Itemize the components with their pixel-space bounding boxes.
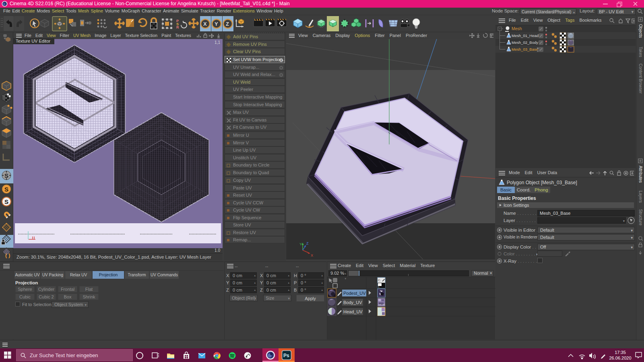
svg-text:Body_UV: Body_UV	[343, 300, 362, 305]
svg-text:Mesh_02_Body: Mesh_02_Body	[512, 40, 538, 45]
svg-text:Podest_UV: Podest_UV	[343, 291, 366, 296]
svg-text:Y: Y	[215, 21, 218, 27]
svg-text:set tal.: set tal.	[378, 303, 386, 306]
svg-text:( ): ( )	[5, 252, 10, 258]
svg-text:C.: C.	[378, 278, 381, 282]
svg-text:Head_UV: Head_UV	[343, 309, 363, 314]
svg-text:Z: Z	[306, 241, 309, 245]
svg-text:Mesh_03_Base: Mesh_03_Base	[512, 47, 538, 51]
svg-text:S: S	[4, 186, 8, 193]
svg-text:X: X	[311, 253, 313, 257]
svg-text:R: R	[176, 25, 179, 29]
svg-text:Ps: Ps	[283, 353, 289, 358]
svg-text:Z: Z	[226, 21, 229, 27]
svg-text:X: X	[203, 21, 207, 27]
svg-text:Y: Y	[299, 242, 302, 246]
svg-text:S: S	[4, 198, 8, 205]
svg-text:S: S	[4, 172, 8, 179]
svg-text:1.: 1.	[378, 286, 380, 288]
svg-text:Mesh: Mesh	[512, 26, 522, 31]
svg-text:1,1: 1,1	[215, 40, 220, 45]
svg-text:Mesh_01_Head: Mesh_01_Head	[512, 33, 539, 38]
